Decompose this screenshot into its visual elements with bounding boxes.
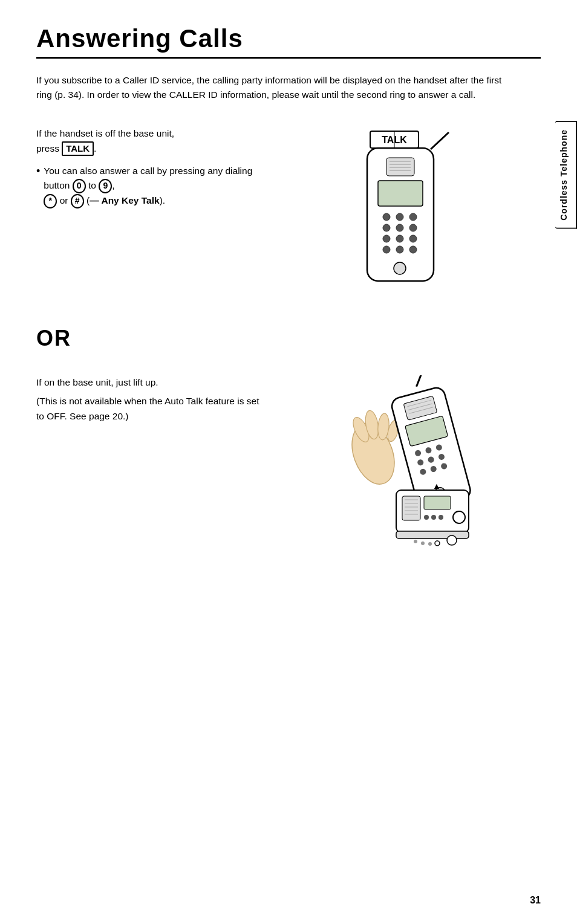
or-section: OR bbox=[36, 326, 541, 351]
svg-point-11 bbox=[396, 213, 403, 221]
svg-point-55 bbox=[431, 515, 436, 520]
or-label: OR bbox=[36, 326, 541, 351]
svg-point-10 bbox=[383, 213, 390, 221]
svg-point-12 bbox=[409, 213, 417, 221]
section1-row: If the handset is off the base unit, pre… bbox=[36, 126, 541, 308]
section1-text: If the handset is off the base unit, pre… bbox=[36, 126, 266, 208]
bullet-text-block: You can also answer a call by pressing a… bbox=[44, 164, 266, 208]
title-divider bbox=[36, 57, 541, 59]
page-container: Answering Calls If you subscribe to a Ca… bbox=[0, 0, 577, 924]
section2-line1: If on the base unit, just lift up. bbox=[36, 375, 266, 390]
svg-point-62 bbox=[428, 542, 432, 546]
svg-point-21 bbox=[409, 246, 417, 253]
page-number: 31 bbox=[530, 895, 541, 906]
svg-point-20 bbox=[396, 246, 403, 253]
svg-point-54 bbox=[424, 515, 429, 520]
section2-row: If on the base unit, just lift up. (This… bbox=[36, 375, 541, 557]
svg-point-15 bbox=[409, 224, 417, 231]
svg-rect-59 bbox=[396, 531, 469, 538]
svg-text:▲: ▲ bbox=[432, 481, 441, 491]
svg-point-61 bbox=[421, 541, 425, 545]
svg-rect-4 bbox=[386, 158, 414, 176]
svg-point-56 bbox=[438, 515, 443, 520]
svg-point-13 bbox=[383, 224, 390, 231]
bullet-item: • You can also answer a call by pressing… bbox=[36, 164, 266, 208]
svg-point-22 bbox=[394, 262, 406, 274]
bullet-dot: • bbox=[36, 164, 40, 179]
section1-line2: press TALK. bbox=[36, 141, 266, 157]
key-0: 0 bbox=[73, 179, 86, 193]
svg-point-19 bbox=[383, 246, 390, 253]
svg-rect-9 bbox=[378, 181, 423, 206]
svg-point-16 bbox=[383, 235, 390, 242]
section2-text: If on the base unit, just lift up. (This… bbox=[36, 375, 266, 424]
side-tab: Cordless Telephone bbox=[555, 121, 577, 229]
svg-point-64 bbox=[447, 535, 457, 545]
key-hash: # bbox=[71, 194, 84, 208]
svg-point-57 bbox=[453, 511, 465, 523]
svg-point-18 bbox=[409, 235, 417, 242]
page-title: Answering Calls bbox=[36, 24, 541, 53]
intro-paragraph: If you subscribe to a Caller ID service,… bbox=[36, 73, 508, 102]
svg-point-14 bbox=[396, 224, 403, 231]
svg-line-29 bbox=[412, 375, 429, 387]
svg-rect-53 bbox=[424, 496, 451, 509]
svg-point-17 bbox=[396, 235, 403, 242]
handset-image: TALK bbox=[266, 126, 541, 308]
key-star: * bbox=[44, 194, 57, 208]
any-key-label: — Any Key Talk bbox=[90, 195, 159, 205]
base-unit-svg: ▲ bbox=[325, 375, 482, 557]
handset-svg: TALK bbox=[337, 126, 470, 308]
talk-key: TALK bbox=[62, 141, 94, 156]
base-unit-image: ▲ bbox=[266, 375, 541, 557]
key-9: 9 bbox=[99, 179, 112, 193]
svg-point-63 bbox=[435, 541, 440, 546]
svg-line-2 bbox=[431, 132, 449, 149]
svg-point-60 bbox=[414, 540, 417, 543]
section2-line2: (This is not available when the Auto Tal… bbox=[36, 394, 266, 424]
section1-line1: If the handset is off the base unit, bbox=[36, 126, 266, 141]
